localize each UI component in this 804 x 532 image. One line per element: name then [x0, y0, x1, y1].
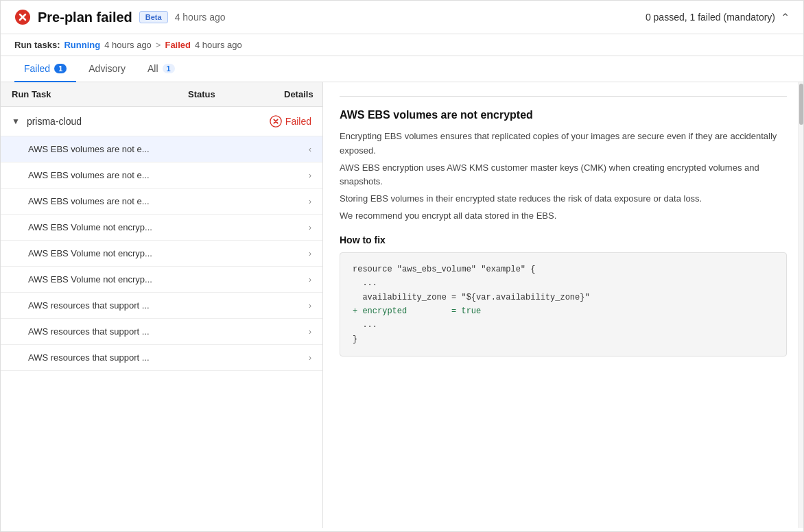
task-row[interactable]: AWS EBS volumes are not e... ‹	[1, 136, 322, 162]
task-name: AWS EBS volumes are not e...	[28, 170, 303, 180]
task-row[interactable]: AWS EBS volumes are not e... ›	[1, 189, 322, 215]
desc-line-2: AWS EBS encryption uses AWS KMS customer…	[340, 161, 787, 190]
task-row[interactable]: AWS EBS Volume not encryp... ›	[1, 267, 322, 293]
tab-advisory[interactable]: Advisory	[79, 56, 135, 82]
task-chevron-right-icon: ›	[309, 223, 311, 232]
task-name: AWS EBS Volume not encryp...	[28, 274, 303, 285]
task-group-name: prisma-cloud	[27, 116, 263, 127]
col-details: Details	[284, 89, 311, 99]
task-row[interactable]: AWS resources that support ... ›	[1, 319, 322, 345]
code-line-2: ...	[362, 278, 377, 288]
detail-divider	[340, 96, 787, 97]
main-content: Run Task Status Details ▼ prisma-cloud F…	[1, 82, 803, 528]
task-row[interactable]: AWS EBS volumes are not e... ›	[1, 162, 322, 189]
task-row[interactable]: AWS resources that support ... ›	[1, 345, 322, 371]
task-name: AWS resources that support ...	[28, 326, 303, 337]
tab-all-count: 1	[163, 64, 175, 73]
task-name: AWS EBS volumes are not e...	[28, 144, 303, 154]
task-chevron-right-icon: ›	[309, 327, 311, 337]
chevron-down-icon[interactable]: ▼	[12, 117, 20, 126]
code-line-3: availability_zone = "${var.availability_…	[362, 293, 589, 302]
page-title: Pre-plan failed	[38, 10, 132, 25]
tabs-bar: Failed 1 Advisory All 1	[1, 56, 803, 82]
header-time-ago: 4 hours ago	[175, 12, 226, 23]
col-status: Status	[188, 89, 284, 99]
code-line-6: }	[353, 335, 357, 344]
scrollbar-track[interactable]	[798, 82, 803, 528]
failed-time: 4 hours ago	[195, 40, 242, 50]
task-name: AWS EBS volumes are not e...	[28, 196, 303, 206]
failed-status-text: Failed	[285, 116, 311, 127]
tab-failed-count: 1	[54, 64, 67, 73]
task-row[interactable]: AWS EBS Volume not encryp... ›	[1, 215, 322, 241]
code-block: resource "aws_ebs_volume" "example" { ..…	[340, 252, 787, 356]
tab-failed-label: Failed	[24, 63, 50, 74]
left-panel: Run Task Status Details ▼ prisma-cloud F…	[1, 82, 323, 528]
task-chevron-right-icon: ›	[309, 301, 311, 311]
desc-line-1: Encrypting EBS volumes ensures that repl…	[340, 130, 787, 158]
header-right: 0 passed, 1 failed (mandatory) ⌃	[646, 11, 790, 24]
task-name: AWS EBS Volume not encryp...	[28, 222, 303, 232]
tab-all-label: All	[147, 63, 158, 74]
desc-line-4: We recommend you encrypt all data stored…	[340, 209, 787, 223]
task-name: AWS resources that support ...	[28, 352, 303, 363]
task-chevron-left-icon: ‹	[309, 145, 311, 154]
tab-failed[interactable]: Failed 1	[14, 56, 76, 82]
task-group-header[interactable]: ▼ prisma-cloud Failed	[1, 107, 322, 136]
tab-advisory-label: Advisory	[88, 63, 126, 74]
beta-badge: Beta	[139, 11, 168, 23]
code-line-5: ...	[362, 320, 377, 330]
task-chevron-right-icon: ›	[309, 171, 311, 180]
task-row[interactable]: AWS resources that support ... ›	[1, 293, 322, 319]
code-line-1: resource "aws_ebs_volume" "example" {	[353, 265, 535, 274]
task-name: AWS resources that support ...	[28, 300, 303, 311]
failed-badge: Failed	[270, 115, 311, 128]
code-line-added: + encrypted = true	[353, 306, 481, 316]
desc-line-3: Storing EBS volumes in their encrypted s…	[340, 192, 787, 206]
arrow-separator: >	[156, 40, 161, 50]
run-tasks-label: Run tasks:	[14, 40, 60, 50]
task-chevron-right-icon: ›	[309, 275, 311, 285]
detail-title: AWS EBS volumes are not encrypted	[340, 109, 787, 121]
running-time: 4 hours ago	[104, 40, 152, 50]
how-to-fix-label: How to fix	[340, 234, 787, 245]
running-status: Running	[64, 40, 100, 50]
table-header: Run Task Status Details	[1, 82, 322, 107]
right-panel: AWS EBS volumes are not encrypted Encryp…	[323, 82, 803, 528]
run-tasks-bar: Run tasks: Running 4 hours ago > Failed …	[1, 34, 803, 56]
header: Pre-plan failed Beta 4 hours ago 0 passe…	[1, 1, 803, 34]
task-chevron-right-icon: ›	[309, 197, 311, 206]
detail-description: Encrypting EBS volumes ensures that repl…	[340, 130, 787, 223]
col-run-task: Run Task	[12, 89, 188, 99]
task-chevron-right-icon: ›	[309, 249, 311, 258]
chevron-up-icon[interactable]: ⌃	[781, 11, 790, 24]
task-chevron-right-icon: ›	[309, 353, 311, 363]
failed-status-icon	[270, 115, 282, 128]
summary-text: 0 passed, 1 failed (mandatory)	[646, 12, 775, 23]
header-left: Pre-plan failed Beta 4 hours ago	[14, 9, 226, 25]
tab-all[interactable]: All 1	[138, 56, 185, 82]
scrollbar-thumb[interactable]	[799, 84, 803, 125]
failed-status: Failed	[165, 40, 191, 50]
task-name: AWS EBS Volume not encryp...	[28, 248, 303, 258]
task-row[interactable]: AWS EBS Volume not encryp... ›	[1, 241, 322, 267]
error-icon	[14, 9, 31, 25]
page-wrapper: Pre-plan failed Beta 4 hours ago 0 passe…	[0, 0, 804, 532]
